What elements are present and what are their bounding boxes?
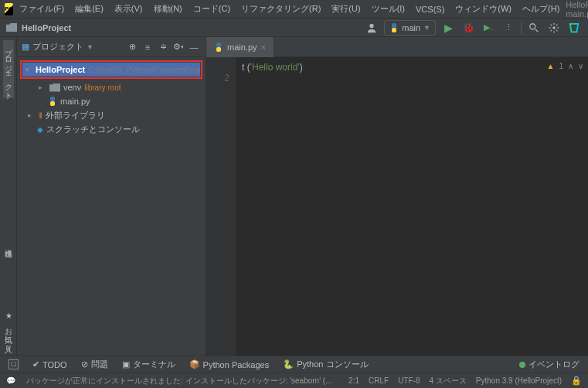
tool-window-button[interactable]: ☐ <box>6 358 21 371</box>
menu-navigate[interactable]: 移動(N) <box>149 2 187 16</box>
menu-window[interactable]: ウィンドウ(W) <box>450 2 516 16</box>
run-config-selector[interactable]: main ▼ <box>384 20 436 36</box>
menu-help[interactable]: ヘルプ(H) <box>518 2 564 16</box>
tree-root-project[interactable]: ▾ HelloProject C:¥Ito¥60_Python¥PycharmP… <box>22 63 200 77</box>
menu-vcs[interactable]: VCS(S) <box>411 3 449 15</box>
event-dot-icon <box>519 362 525 368</box>
more-run-button[interactable]: ⋮ <box>501 20 516 36</box>
highlighted-selection-box: ▾ HelloProject C:¥Ito¥60_Python¥PycharmP… <box>20 60 202 79</box>
menu-run[interactable]: 実行(U) <box>327 2 365 16</box>
project-tree: ▾ HelloProject C:¥Ito¥60_Python¥PycharmP… <box>17 57 206 139</box>
run-with-coverage-button[interactable]: ▶. <box>481 20 496 36</box>
hide-panel-button[interactable]: — <box>187 40 201 54</box>
indent-setting[interactable]: 4 スペース <box>429 376 466 386</box>
next-highlight-icon[interactable]: ∨ <box>578 62 583 70</box>
caret-position[interactable]: 2:1 <box>348 376 359 385</box>
title-bar: PC ファイル(F) 編集(E) 表示(V) 移動(N) コード(C) リファク… <box>0 0 588 19</box>
bottom-tool-bar: ☐ ✔ TODO ⊘ 問題 ▣ ターミナル 📦 Python Packages … <box>0 356 588 373</box>
status-bar: 💬 パッケージが正常にインストールされました: インストールしたパッケージ: '… <box>0 373 588 388</box>
tree-scratches[interactable]: ◆ スクラッチとコンソール <box>17 122 206 136</box>
status-popup-icon[interactable]: 💬 <box>6 376 15 385</box>
tree-main-py[interactable]: main.py <box>17 94 206 108</box>
window-title: HelloProject - main.py <box>566 0 588 19</box>
code-content[interactable]: t ('Hello world') <box>236 57 588 356</box>
warning-icon: ▲ <box>547 62 555 70</box>
tree-venv-folder[interactable]: ▸ venv library root <box>17 80 206 94</box>
menu-edit[interactable]: 編集(E) <box>70 2 108 16</box>
chevron-down-icon: ▼ <box>87 43 93 51</box>
debug-button[interactable]: 🐞 <box>461 20 476 36</box>
chevron-down-icon: ▼ <box>423 24 430 32</box>
settings-button[interactable] <box>546 20 562 36</box>
tree-external-libraries[interactable]: ▸ ⫴ 外部ライブラリ <box>17 108 206 122</box>
readonly-lock-icon[interactable]: 🔒 <box>571 376 582 386</box>
run-button[interactable]: ▶ <box>440 20 456 36</box>
left-tool-rail: プロジェクト 構造 ★ お気に入り <box>0 37 17 356</box>
editor-area: main.py × 2 t ('Hello world') ▲ 1 ∧ ∨ <box>206 37 588 356</box>
breadcrumb-project[interactable]: HelloProject <box>22 23 71 32</box>
navigation-bar: HelloProject main ▼ ▶ 🐞 ▶. ⋮ <box>0 19 588 37</box>
svg-point-0 <box>370 23 374 27</box>
python-console-tool-window[interactable]: 🐍 Python コンソール <box>280 357 370 372</box>
editor-tab-main-py[interactable]: main.py × <box>206 37 274 57</box>
terminal-tool-window[interactable]: ▣ ターミナル <box>120 357 178 372</box>
folder-icon <box>49 83 60 92</box>
todo-tool-window[interactable]: ✔ TODO <box>30 358 70 371</box>
expand-all-button[interactable]: ≡ <box>141 40 155 54</box>
tab-close-button[interactable]: × <box>261 43 266 52</box>
status-message: パッケージが正常にインストールされました: インストールしたパッケージ: 'se… <box>26 376 338 386</box>
python-icon <box>48 97 57 106</box>
python-icon <box>389 23 399 32</box>
main-area: プロジェクト 構造 ★ お気に入り ▦ プロジェクト ▼ ⊕ ≡ ≑ ⚙▾ — … <box>0 37 588 356</box>
editor-tabs: main.py × <box>206 37 588 57</box>
scratches-icon: ◆ <box>37 125 43 134</box>
tool-window-favorites[interactable]: ★ お気に入り <box>3 308 14 351</box>
editor-body[interactable]: 2 t ('Hello world') ▲ 1 ∧ ∨ <box>206 57 588 356</box>
python-icon <box>214 43 223 52</box>
chevron-right-icon[interactable]: ▸ <box>39 83 46 91</box>
event-log-button[interactable]: イベントログ <box>517 357 582 372</box>
menu-tools[interactable]: ツール(I) <box>367 2 410 16</box>
project-view-selector[interactable]: ▦ プロジェクト ▼ <box>22 41 121 53</box>
chevron-down-icon[interactable]: ▾ <box>25 66 29 73</box>
svg-line-2 <box>535 29 539 32</box>
menu-view[interactable]: 表示(V) <box>110 2 148 16</box>
collapse-all-button[interactable]: ≑ <box>156 40 170 54</box>
locate-file-button[interactable]: ⊕ <box>125 40 139 54</box>
python-interpreter[interactable]: Python 3.9 (HelloProject) <box>476 376 562 385</box>
tool-window-structure[interactable]: 構造 <box>3 240 14 247</box>
toolbox-icon[interactable] <box>566 20 582 36</box>
python-packages-tool-window[interactable]: 📦 Python Packages <box>187 358 272 371</box>
svg-point-3 <box>552 26 556 29</box>
line-separator[interactable]: CRLF <box>369 376 389 385</box>
project-tool-window: ▦ プロジェクト ▼ ⊕ ≡ ≑ ⚙▾ — ▾ HelloProject C:¥… <box>17 37 206 356</box>
file-encoding[interactable]: UTF-8 <box>398 376 420 385</box>
inspection-widget[interactable]: ▲ 1 ∧ ∨ <box>549 57 588 74</box>
tool-window-project[interactable]: プロジェクト <box>3 40 14 98</box>
folder-icon <box>6 23 17 32</box>
menu-code[interactable]: コード(C) <box>189 2 235 16</box>
svg-point-1 <box>530 23 535 29</box>
chevron-right-icon[interactable]: ▸ <box>28 111 36 119</box>
app-icon: PC <box>5 3 13 15</box>
panel-settings-button[interactable]: ⚙▾ <box>172 40 185 54</box>
project-panel-header: ▦ プロジェクト ▼ ⊕ ≡ ≑ ⚙▾ — <box>17 37 206 57</box>
search-everywhere-button[interactable] <box>526 20 542 36</box>
add-config-icon[interactable] <box>364 20 379 36</box>
prev-highlight-icon[interactable]: ∧ <box>568 62 573 70</box>
libraries-icon: ⫴ <box>39 111 42 121</box>
menu-file[interactable]: ファイル(F) <box>15 2 69 16</box>
problems-tool-window[interactable]: ⊘ 問題 <box>79 357 110 372</box>
editor-gutter: 2 <box>206 57 236 356</box>
menu-refactor[interactable]: リファクタリング(R) <box>236 2 325 16</box>
